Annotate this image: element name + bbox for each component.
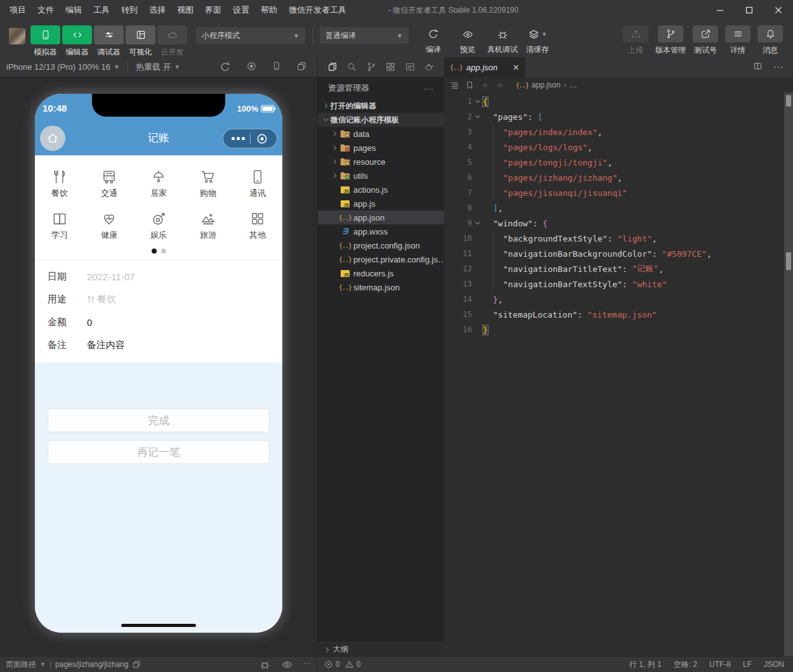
code-line-8[interactable]: 8], bbox=[444, 200, 793, 216]
tree-item-utils[interactable]: utils bbox=[318, 169, 444, 183]
detach-window-icon[interactable] bbox=[296, 61, 307, 74]
action-清缓存[interactable]: ▼清缓存 bbox=[523, 25, 552, 55]
code-line-4[interactable]: 4"pages/logs/logs", bbox=[444, 139, 793, 155]
form-value[interactable]: 2022-11-07 bbox=[87, 271, 135, 282]
more-icon[interactable]: ··· bbox=[773, 61, 783, 73]
hot-reload-toggle[interactable]: 热重载 开 bbox=[136, 61, 171, 73]
device-frame-icon[interactable] bbox=[272, 61, 282, 74]
code-line-12[interactable]: 12"navigationBarTitleText": "记账", bbox=[444, 261, 793, 276]
close-button[interactable] bbox=[764, 0, 793, 20]
menu-item[interactable]: 编辑 bbox=[60, 0, 88, 20]
record-icon[interactable] bbox=[246, 61, 257, 74]
code-line-16[interactable]: 16} bbox=[444, 322, 793, 337]
fold-icon[interactable] bbox=[472, 220, 483, 226]
code-line-15[interactable]: 15"sitemapLocation": "sitemap.json" bbox=[444, 307, 793, 322]
menu-item[interactable]: 项目 bbox=[4, 0, 32, 20]
code-line-9[interactable]: 9"window": { bbox=[444, 216, 793, 231]
capsule-menu[interactable] bbox=[223, 129, 277, 148]
breadcrumb-file[interactable]: app.json bbox=[532, 81, 560, 89]
source-control-icon[interactable] bbox=[366, 61, 377, 72]
phone-button-再记一笔[interactable]: 再记一笔 bbox=[48, 440, 270, 464]
action-详情[interactable]: 详情 bbox=[725, 25, 750, 56]
toolbar-button-编辑器[interactable]: 编辑器 bbox=[62, 25, 92, 58]
copy-icon[interactable] bbox=[132, 660, 141, 669]
toolbar-button-云开发[interactable]: 云开发 bbox=[157, 25, 187, 58]
status-item[interactable]: 空格: 2 bbox=[674, 659, 697, 670]
code-line-6[interactable]: 6"pages/jizhang/jizhang", bbox=[444, 170, 793, 185]
forward-icon[interactable] bbox=[495, 81, 505, 90]
tree-item-微信记账小程序模板[interactable]: 微信记账小程序模板 bbox=[318, 113, 444, 127]
code-line-7[interactable]: 7"pages/jisuanqi/jisuanqi" bbox=[444, 185, 793, 200]
status-item[interactable]: JSON bbox=[764, 660, 784, 669]
form-row-备注[interactable]: 备注备注内容 bbox=[35, 333, 282, 356]
action-编译[interactable]: 编译 bbox=[419, 25, 448, 55]
breadcrumb-more[interactable]: … bbox=[569, 81, 577, 89]
close-icon[interactable]: ✕ bbox=[513, 63, 520, 72]
menu-item[interactable]: 设置 bbox=[227, 0, 255, 20]
menu-item[interactable]: 微信开发者工具 bbox=[283, 0, 352, 20]
phone-button-完成[interactable]: 完成 bbox=[48, 408, 270, 432]
action-测试号[interactable]: 测试号 bbox=[693, 25, 718, 56]
category-其他[interactable]: 其他 bbox=[233, 205, 282, 247]
fold-icon[interactable] bbox=[472, 98, 483, 105]
eye-icon[interactable] bbox=[281, 659, 293, 671]
outline-section[interactable]: 大纲 bbox=[318, 642, 444, 656]
tree-item-project.config.json[interactable]: {..}project.config.json bbox=[318, 238, 444, 252]
category-旅游[interactable]: 旅游 bbox=[183, 205, 233, 247]
status-item[interactable]: 行 1, 列 1 bbox=[629, 659, 662, 670]
back-icon[interactable] bbox=[480, 81, 490, 90]
menu-item[interactable]: 界面 bbox=[199, 0, 227, 20]
more-icon[interactable] bbox=[232, 137, 245, 140]
bug-icon[interactable] bbox=[259, 659, 271, 671]
device-selector[interactable]: iPhone 12/13 (Pro) 100% 16 bbox=[6, 62, 110, 72]
code-line-10[interactable]: 10"backgroundTextStyle": "light", bbox=[444, 231, 793, 246]
action-版本管理[interactable]: 版本管理 bbox=[655, 25, 686, 56]
editor-scrollbar[interactable] bbox=[784, 93, 793, 656]
code-line-5[interactable]: 5"pages/tongji/tongji", bbox=[444, 155, 793, 170]
code-line-14[interactable]: 14}, bbox=[444, 292, 793, 307]
tree-item-resource[interactable]: resource bbox=[318, 155, 444, 169]
minimize-capsule-icon[interactable] bbox=[256, 132, 268, 145]
category-通讯[interactable]: 通讯 bbox=[233, 163, 282, 205]
mode-select[interactable]: 小程序模式▼ bbox=[196, 27, 305, 44]
menu-item[interactable]: 视图 bbox=[171, 0, 199, 20]
errors-icon[interactable] bbox=[324, 660, 333, 669]
form-value[interactable]: 餐饮 bbox=[87, 294, 116, 306]
menu-item[interactable]: 转到 bbox=[115, 0, 143, 20]
tree-item-app.wxss[interactable]: ᗱapp.wxss bbox=[318, 224, 444, 238]
code-editor[interactable]: 1{2"pages": [3"pages/index/index",4"page… bbox=[444, 93, 793, 656]
form-row-用途[interactable]: 用途餐饮 bbox=[35, 288, 282, 311]
more-icon[interactable]: ··· bbox=[424, 84, 434, 93]
maximize-button[interactable] bbox=[735, 0, 764, 20]
restart-icon[interactable] bbox=[219, 61, 232, 74]
form-row-日期[interactable]: 日期2022-11-07 bbox=[35, 265, 282, 288]
category-健康[interactable]: 健康 bbox=[84, 205, 134, 247]
menu-item[interactable]: 工具 bbox=[88, 0, 115, 20]
fold-icon[interactable] bbox=[472, 113, 483, 120]
category-学习[interactable]: 学习 bbox=[35, 205, 84, 247]
status-item[interactable]: LF bbox=[743, 660, 752, 669]
category-交通[interactable]: 交通 bbox=[84, 163, 134, 205]
teapot-icon[interactable] bbox=[424, 61, 435, 72]
code-line-13[interactable]: 13"navigationBarTextStyle": "white" bbox=[444, 276, 793, 292]
minimize-button[interactable] bbox=[705, 0, 735, 20]
toolbar-button-可视化[interactable]: 可视化 bbox=[126, 25, 155, 58]
tree-item-project.private.config.js…[interactable]: {..}project.private.config.js… bbox=[318, 252, 444, 266]
category-购物[interactable]: 购物 bbox=[183, 163, 233, 205]
tree-item-reducers.js[interactable]: JSreducers.js bbox=[318, 266, 444, 280]
category-餐饮[interactable]: 餐饮 bbox=[35, 163, 84, 205]
code-line-1[interactable]: 1{ bbox=[444, 94, 793, 109]
toolbar-button-调试器[interactable]: 调试器 bbox=[94, 25, 124, 58]
tab-app-json[interactable]: {..} app.json ✕ bbox=[444, 57, 525, 77]
extensions-icon[interactable] bbox=[385, 61, 396, 72]
code-line-3[interactable]: 3"pages/index/index", bbox=[444, 124, 793, 139]
tree-item-actions.js[interactable]: JSactions.js bbox=[318, 183, 444, 197]
split-editor-icon[interactable] bbox=[753, 61, 763, 73]
category-居家[interactable]: 居家 bbox=[134, 163, 183, 205]
more-icon[interactable]: ··· bbox=[303, 659, 311, 671]
files-icon[interactable] bbox=[327, 61, 338, 72]
form-value[interactable]: 0 bbox=[87, 317, 92, 328]
search-icon[interactable] bbox=[346, 61, 357, 72]
toolbar-button-模拟器[interactable]: 模拟器 bbox=[30, 25, 60, 58]
code-line-11[interactable]: 11"navigationBarBackgroundColor": "#5097… bbox=[444, 246, 793, 261]
